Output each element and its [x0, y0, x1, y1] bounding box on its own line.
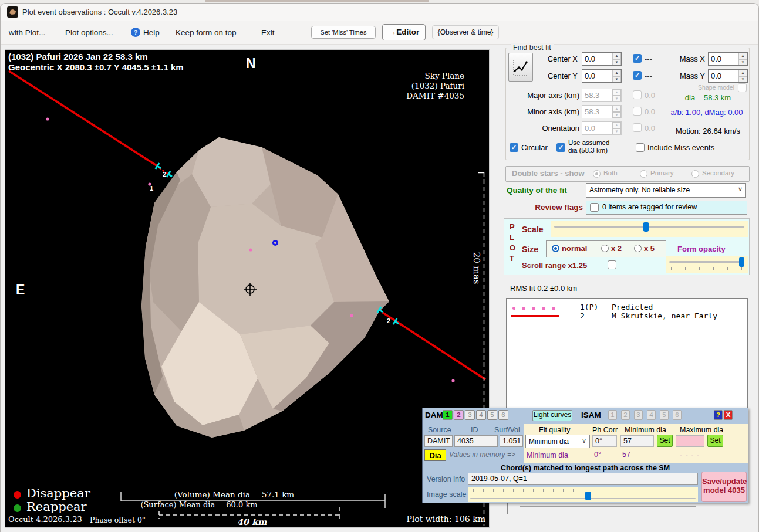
damit-model-3-button[interactable]: 3 [465, 410, 475, 420]
isam-model-5-button[interactable]: 5 [660, 410, 669, 420]
light-curves-button[interactable]: Light curves [532, 410, 572, 421]
center-x-checkbox[interactable]: ✓ [633, 54, 642, 63]
orientation-spinner[interactable]: 0.0▲▼ [582, 121, 622, 135]
form-opacity-slider[interactable] [666, 256, 748, 273]
major-axis-value: 58.3 [585, 91, 599, 100]
menu-with-plot[interactable]: with Plot... [9, 28, 45, 37]
image-scale-slider[interactable] [468, 487, 698, 502]
center-y-spinner[interactable]: 0.0▲▼ [582, 69, 622, 83]
double-stars-primary-radio[interactable] [640, 170, 647, 178]
minor-axis-spinner[interactable]: 58.3▲▼ [582, 105, 622, 118]
isam-title: ISAM [581, 411, 601, 419]
menu-keep-form-on-top[interactable]: Keep form on top [176, 28, 237, 37]
surface-dia-label: (Surface) Mean dia = 60.0 km [129, 500, 269, 509]
image-scale-slider-thumb[interactable] [585, 492, 591, 500]
set-max-dia-button[interactable]: Set [707, 435, 723, 447]
shape-model-label: Shape model [692, 84, 734, 91]
legend-row-2-line [511, 315, 559, 317]
set-min-dia-button[interactable]: Set [657, 435, 673, 447]
mass-x-spinner[interactable]: 0.0▲▼ [708, 52, 748, 66]
damit-model-1-button[interactable]: 1 [443, 410, 453, 420]
legend-row-1-dots [512, 307, 558, 310]
mas-scale-label: 20 mas [471, 250, 482, 286]
save-update-button[interactable]: Save/update model 4035 [701, 472, 747, 502]
plot-canvas [5, 50, 489, 527]
mass-y-label: Mass Y [673, 72, 705, 80]
damit-close-button[interactable]: X [724, 410, 733, 420]
version-info-field[interactable]: 2019-05-07, Q=1 [468, 473, 698, 485]
major-axis-checkbox[interactable] [633, 90, 642, 99]
fit-quality-dropdown[interactable]: Minimum dia ∨ [525, 435, 590, 448]
review-flags-text: 0 items are tagged for review [602, 203, 697, 211]
title-bar[interactable]: Plot event observations : Occult v.4.202… [1, 4, 758, 21]
center-x-spinner[interactable]: 0.0▲▼ [582, 52, 622, 66]
use-assumed-dia-checkbox[interactable]: ✓ [556, 143, 565, 152]
save-update-line1: Save/update [702, 477, 746, 486]
scale-slider-thumb[interactable] [643, 222, 649, 232]
double-stars-both-radio[interactable] [593, 170, 601, 178]
observer-time-button[interactable]: {Observer & time} [432, 25, 499, 39]
app-icon [7, 6, 18, 18]
isam-model-1-button[interactable]: 1 [608, 410, 617, 420]
forty-km-label: 40 km [234, 517, 269, 527]
reappear-dot [14, 504, 21, 512]
scale-slider[interactable] [551, 221, 748, 237]
center-y-checkbox[interactable]: ✓ [633, 71, 642, 80]
isam-model-4-button[interactable]: 4 [647, 410, 656, 420]
minor-axis-label: Minor axis (km) [521, 107, 579, 116]
dia-button[interactable]: Dia [424, 449, 446, 461]
form-opacity-label: Form opacity [677, 245, 726, 253]
center-x-flag: --- [645, 55, 652, 63]
sky-plane-caption-3: DAMIT #4035 [357, 91, 464, 100]
damit-panel: DAMIT 1 2 3 4 5 6 Light curves ISAM 1 2 … [422, 408, 748, 503]
menu-plot-options[interactable]: Plot options... [65, 28, 113, 37]
isam-model-3-button[interactable]: 3 [634, 410, 643, 420]
fit-chart-button[interactable] [508, 53, 533, 82]
major-axis-spinner[interactable]: 58.3▲▼ [582, 89, 622, 102]
minor-axis-checkbox[interactable] [633, 107, 642, 116]
review-flags-checkbox[interactable] [590, 203, 599, 212]
scroll-range-checkbox[interactable] [608, 260, 616, 269]
set-min-label: Set [659, 436, 670, 445]
shape-model-checkbox[interactable] [738, 83, 747, 92]
asteroid-shape-model[interactable] [141, 137, 389, 438]
set-miss-times-button[interactable]: Set 'Miss' Times [311, 26, 376, 39]
size-x2-radio[interactable] [601, 245, 609, 252]
plot-width-label: Plot width: 106 km [381, 514, 485, 524]
quality-of-fit-dropdown[interactable]: Astrometry only. No reliable size ∨ [586, 183, 746, 198]
version-info-value: 2019-05-07, Q=1 [471, 475, 527, 483]
menu-bar: with Plot... Plot options... ? Help Keep… [1, 21, 758, 45]
sky-plane-plot[interactable]: (1032) Pafuri 2026 Jan 22 58.3 km Geocen… [5, 50, 489, 527]
circular-checkbox[interactable]: ✓ [510, 143, 518, 152]
center-y-value: 0.0 [585, 72, 595, 80]
damit-model-5-button[interactable]: 5 [487, 410, 497, 420]
size-normal-radio[interactable] [552, 245, 559, 252]
form-opacity-slider-thumb[interactable] [739, 257, 744, 267]
damit-model-4-button[interactable]: 4 [476, 410, 486, 420]
plot-letter-o: O [510, 243, 515, 252]
memory-ph-corr: 0° [594, 450, 601, 459]
isam-model-6-button[interactable]: 6 [673, 410, 682, 420]
include-miss-checkbox[interactable] [636, 143, 645, 152]
damit-help-button[interactable]: ? [714, 410, 723, 420]
menu-exit[interactable]: Exit [261, 28, 275, 37]
isam-model-2-button[interactable]: 2 [621, 410, 630, 420]
size-x5-radio[interactable] [634, 245, 642, 252]
orientation-checkbox[interactable] [633, 123, 642, 132]
size-x5-label: x 5 [644, 244, 655, 253]
double-stars-secondary-radio[interactable] [691, 170, 699, 178]
motion-readout: Motion: 26.64 km/s [670, 127, 746, 135]
min-dia-value: 57 [620, 435, 654, 447]
menu-help[interactable]: Help [143, 28, 160, 37]
chord2-entry-label: 2 [163, 171, 166, 178]
damit-model-6-button[interactable]: 6 [498, 410, 508, 420]
light-curves-label: Light curves [534, 411, 572, 419]
quality-of-fit-value: Astrometry only. No reliable size [589, 186, 690, 194]
observer-legend-list[interactable]: 1(P) Predicted 2 M Skrutskie, near Early [506, 298, 748, 412]
hidden-slider-track [520, 506, 696, 507]
damit-model-2-button[interactable]: 2 [454, 410, 464, 420]
mass-y-spinner[interactable]: 0.0▲▼ [708, 69, 748, 83]
surfvol-value: 1.051 [500, 435, 523, 447]
editor-button[interactable]: →Editor [382, 24, 426, 40]
max-dia-field[interactable] [676, 435, 704, 447]
